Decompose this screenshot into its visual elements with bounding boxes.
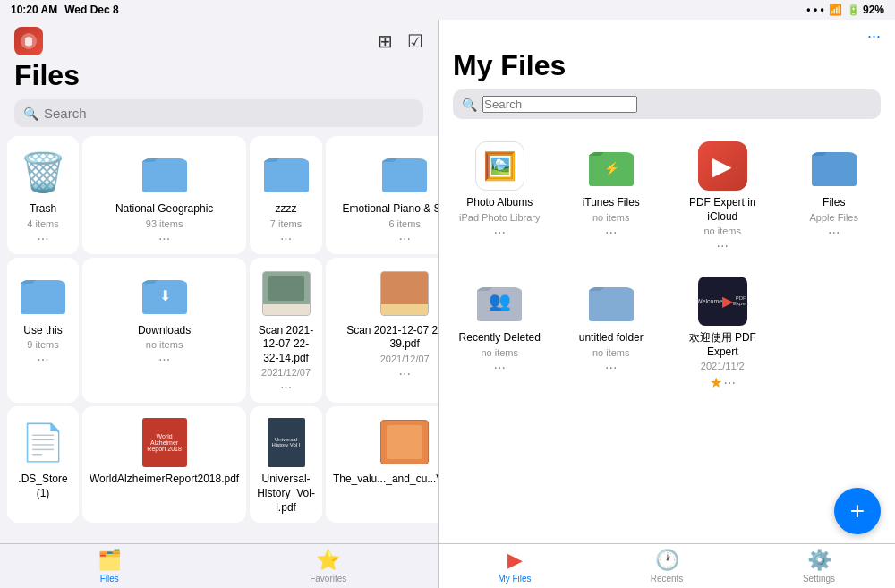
right-header: ···	[439, 20, 895, 49]
welcome-pdf-expert-date: 2021/11/2	[701, 361, 745, 371]
zzzz-dots[interactable]: ···	[280, 231, 292, 247]
tab-files[interactable]: 🗂️ Files	[0, 549, 219, 584]
welcome-pdf-dots[interactable]: ···	[724, 375, 736, 391]
trash-meta: 4 items	[27, 218, 58, 229]
universal-history-icon: Universal History Vol I	[258, 417, 315, 467]
files-apple-folder[interactable]: Files Apple Files ···	[780, 130, 889, 261]
zzzz-folder[interactable]: zzzz 7 items ···	[250, 136, 322, 254]
recently-deleted-dots[interactable]: ···	[494, 360, 506, 376]
welcome-pdf-expert[interactable]: Welcome ▶ PDF Expert 欢迎使用 PDF Expert 202…	[669, 265, 777, 398]
itunes-dots[interactable]: ···	[605, 225, 617, 241]
trash-dots[interactable]: ···	[37, 231, 48, 247]
worldalzheimer-pdf[interactable]: World Alzheimer Report 2018 WorldAlzheim…	[82, 406, 246, 523]
the-value-pdf[interactable]: The_valu..._and_cu...View.pdf	[326, 406, 438, 523]
right-tabbar: ▶ My Files 🕐 Recents ⚙️ Settings	[439, 543, 895, 588]
battery-icon: 🔋 92%	[847, 4, 884, 16]
national-geographic-folder[interactable]: National Geographic 93 items ···	[82, 136, 246, 254]
files-tab-label: Files	[100, 574, 119, 584]
check-icon[interactable]: ☑	[407, 30, 423, 52]
recently-deleted-icon: 👥	[471, 276, 528, 326]
scan2-dots[interactable]: ···	[399, 366, 411, 382]
my-files-tab-icon: ▶	[507, 549, 523, 572]
ep-dots[interactable]: ···	[399, 231, 411, 247]
left-header-icons: ⊞ ☑	[378, 30, 423, 52]
scan2-meta: 2021/12/07	[380, 354, 430, 364]
dots-status: • • •	[806, 4, 823, 16]
pdf-expert-icloud-folder[interactable]: ▶ PDF Expert in iCloud no items ···	[669, 130, 777, 261]
untitled-folder-meta: no items	[592, 347, 630, 358]
star-filled: ★	[710, 374, 722, 391]
right-more-button[interactable]: ···	[867, 27, 881, 46]
right-search-input[interactable]	[482, 96, 637, 113]
untitled-folder-icon	[583, 276, 640, 326]
tab-favorites[interactable]: ⭐ Favorites	[219, 549, 439, 584]
national-geographic-icon	[136, 147, 193, 197]
status-left: 10:20 AM Wed Dec 8	[11, 4, 119, 16]
right-search-bar[interactable]: 🔍	[453, 89, 881, 119]
photo-albums-glyph: 🖼️	[475, 141, 524, 191]
world-alzheimer-cover: World Alzheimer Report 2018	[142, 418, 187, 467]
itunes-folder[interactable]: ⚡ iTunes Files no items ···	[558, 130, 666, 261]
recently-deleted-meta: no items	[481, 347, 518, 358]
zzzz-meta: 7 items	[270, 218, 302, 229]
trash-name: Trash	[30, 202, 56, 217]
wifi-icon: 📶	[829, 4, 842, 16]
the-value-icon	[376, 417, 433, 467]
recents-tab-label: Recents	[651, 574, 684, 584]
emotional-piano-name: Emotional Piano & Strings	[342, 202, 438, 217]
ng-dots[interactable]: ···	[158, 231, 170, 247]
itunes-icon: ⚡	[583, 141, 640, 191]
right-fab-button[interactable]: +	[834, 488, 881, 534]
untitled-folder-dots[interactable]: ···	[605, 360, 617, 376]
photo-albums-folder[interactable]: 🖼️ Photo Albums iPad Photo Library ···	[446, 130, 554, 261]
tab-recents[interactable]: 🕐 Recents	[591, 549, 743, 584]
left-header: ⊞ ☑	[0, 20, 438, 59]
tab-my-files[interactable]: ▶ My Files	[439, 549, 591, 584]
photo-albums-meta: iPad Photo Library	[459, 212, 541, 223]
trash-folder[interactable]: 🗑️ Trash 4 items ···	[7, 136, 79, 254]
status-bar: 10:20 AM Wed Dec 8 • • • 📶 🔋 92%	[0, 0, 895, 20]
untitled-folder[interactable]: untitled folder no items ···	[558, 265, 666, 398]
the-value-name: The_valu..._and_cu...View.pdf	[333, 473, 438, 487]
untitled-folder-name: untitled folder	[579, 331, 644, 345]
universal-history-pdf[interactable]: Universal History Vol I Universal-Histor…	[250, 406, 322, 523]
scan1-pdf[interactable]: Scan 2021-12-07 22-32-14.pdf 2021/12/07 …	[250, 258, 322, 404]
scan1-dots[interactable]: ···	[280, 379, 292, 396]
date: Wed Dec 8	[64, 4, 118, 16]
recently-deleted-folder[interactable]: 👥 Recently Deleted no items ···	[446, 265, 554, 398]
list-icon[interactable]: ⊞	[378, 30, 393, 52]
settings-tab-icon: ⚙️	[807, 549, 831, 572]
itunes-meta: no items	[592, 212, 630, 223]
status-right: • • • 📶 🔋 92%	[806, 4, 884, 16]
scan2-pdf[interactable]: Scan 2021-12-07 22-27-39.pdf 2021/12/07 …	[326, 258, 438, 404]
photo-albums-dots[interactable]: ···	[494, 225, 506, 241]
pdf-expert-icloud-dots[interactable]: ···	[717, 238, 729, 254]
dsstore-file[interactable]: 📄 .DS_Store (1)	[7, 406, 79, 523]
tab-settings[interactable]: ⚙️ Settings	[743, 549, 895, 584]
recently-deleted-name: Recently Deleted	[459, 331, 541, 345]
files-apple-dots[interactable]: ···	[828, 225, 840, 241]
emotional-piano-folder[interactable]: Emotional Piano & Strings 6 items ···	[326, 136, 438, 254]
downloads-folder[interactable]: ⬇ Downloads no items ···	[82, 258, 246, 404]
scan1-name: Scan 2021-12-07 22-32-14.pdf	[257, 324, 315, 366]
files-apple-meta: Apple Files	[810, 212, 858, 223]
left-search-icon: 🔍	[23, 107, 38, 121]
use-this-folder[interactable]: Use this 9 items ···	[7, 258, 79, 404]
universal-history-name: Universal-History_Vol-l.pdf	[257, 473, 315, 515]
left-search-bar[interactable]: 🔍	[14, 99, 423, 127]
downloads-dots[interactable]: ···	[158, 352, 170, 368]
right-search-icon: 🔍	[462, 98, 477, 112]
dsstore-name: .DS_Store (1)	[14, 473, 72, 500]
files-tab-icon: 🗂️	[98, 549, 122, 572]
use-this-dots[interactable]: ···	[37, 352, 48, 368]
svg-text:👥: 👥	[489, 290, 511, 311]
left-search-input[interactable]	[44, 106, 414, 121]
book-cover: Universal History Vol I	[268, 418, 305, 467]
scan1-icon	[258, 268, 315, 319]
pdf-expert-icloud-meta: no items	[703, 226, 741, 236]
pdf-expert-icloud-icon: ▶	[694, 141, 751, 191]
worldalzheimer-name: WorldAlzheimerReport2018.pdf	[90, 473, 239, 487]
app-logo	[14, 27, 43, 55]
favorites-tab-icon: ⭐	[316, 549, 340, 572]
use-this-icon	[14, 268, 72, 319]
